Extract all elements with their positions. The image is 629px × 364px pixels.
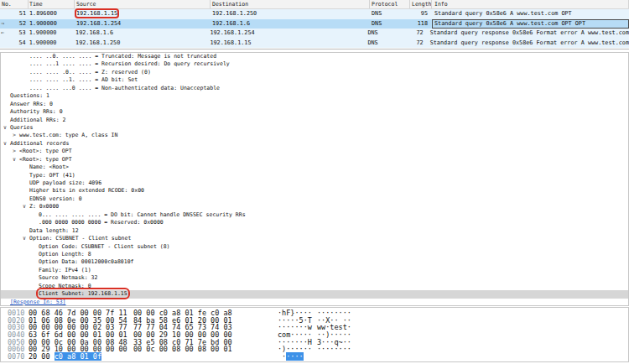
detail-line-label: Scope Netmask: 0	[39, 283, 91, 289]
detail-line[interactable]: Authority RRs: 0	[1, 108, 628, 116]
detail-line[interactable]: ><Root>: type OPT	[1, 148, 628, 155]
detail-line[interactable]: UDP payload size: 4096	[1, 179, 628, 187]
cell-time: 1.900000	[29, 39, 74, 49]
column-header-info[interactable]: Info	[432, 0, 629, 8]
detail-line[interactable]: .... .... ..1. .... = AD bit: Set	[1, 76, 628, 84]
detail-line-label: Queries	[10, 124, 33, 131]
collapse-icon[interactable]: ∨	[3, 140, 10, 148]
collapse-icon[interactable]: ∨	[23, 203, 29, 211]
cell-no: 51	[0, 9, 29, 19]
cell-length: 72	[406, 29, 428, 39]
cell-time: 1.900000	[29, 29, 74, 39]
detail-line-label: .... .... .0.. .... = Z: reserved (0)	[29, 69, 151, 75]
ascii-group1: ·····	[278, 353, 304, 361]
detail-line-label: Data length: 12	[29, 227, 79, 234]
cell-protocol: DNS	[370, 9, 410, 19]
detail-line[interactable]: Option Data: 00012000c0a8010f	[1, 258, 628, 266]
detail-line[interactable]: EDNS0 version: 0	[1, 195, 628, 203]
cell-length: 95	[410, 9, 432, 19]
packet-list-header: No.TimeSourceDestinationProtocolLengthIn…	[0, 0, 629, 9]
detail-line[interactable]: Higher bits in extended RCODE: 0x00	[1, 187, 628, 195]
detail-line[interactable]: .... ..0. .... .... = Truncated: Message…	[1, 53, 628, 60]
packet-row-52[interactable]: →521.900000192.168.1.254192.168.1.6DNS11…	[0, 19, 629, 29]
detail-line[interactable]: Type: OPT (41)	[1, 172, 628, 179]
response-in-link[interactable]: [Response In: 53]	[1, 299, 628, 306]
detail-line[interactable]: .000 0000 0000 0000 = Reserved: 0x0000	[1, 219, 628, 226]
packet-bytes-pane: 001000 68 46 7d 00 00 7f 1100 00 c0 a8 0…	[0, 307, 629, 362]
detail-line[interactable]: ∨Additional records	[1, 140, 628, 148]
detail-line-label: Higher bits in extended RCODE: 0x00	[29, 187, 144, 194]
cell-length: 72	[406, 39, 428, 49]
hex-bytes-group2: 00 0c 00 08 00 08 00 01	[133, 346, 238, 353]
detail-line[interactable]: Additional RRs: 2	[1, 117, 628, 124]
column-header-destination[interactable]: Destination	[211, 0, 370, 8]
detail-line[interactable]: ∨<Root>: type OPT	[1, 156, 628, 164]
detail-line-label: Option: CSUBNET - Client subnet	[29, 235, 131, 242]
detail-line-label: .... ...1 .... .... = Recursion desired:…	[29, 60, 230, 67]
column-header-no[interactable]: No.	[0, 0, 29, 8]
cell-protocol: DNS	[370, 19, 410, 29]
detail-line[interactable]: ∨Option: CSUBNET - Client subnet	[1, 235, 628, 242]
hex-highlighted-bytes: c0 a8 01 0f	[55, 352, 101, 361]
detail-line-label: .000 0000 0000 0000 = Reserved: 0x0000	[39, 219, 164, 226]
detail-line[interactable]: ∨Z: 0x0000	[1, 203, 628, 211]
detail-line[interactable]: Data length: 12	[1, 227, 628, 235]
cell-destination: 192.168.1.6	[211, 19, 370, 29]
annotation-red-box: 192.168.1.15	[76, 10, 117, 17]
hex-row[interactable]: 007020 00 c0 a8 01 0f ·····	[8, 353, 628, 361]
column-header-protocol[interactable]: Protocol	[370, 0, 410, 8]
detail-line-label: .... ..0. .... .... = Truncated: Message…	[29, 53, 216, 60]
detail-line[interactable]: Client Subnet: 192.168.1.15	[1, 290, 628, 298]
cell-no: 54	[0, 39, 29, 49]
detail-line-label: Option Code: CSUBNET - Client subnet (8)	[39, 243, 170, 250]
detail-line-label: Type: OPT (41)	[29, 172, 75, 179]
detail-line[interactable]: Name: <Root>	[1, 164, 628, 171]
detail-line[interactable]: ∨Queries	[1, 124, 628, 132]
column-header-length[interactable]: Length	[410, 0, 432, 8]
cell-source: 192.168.1.6	[74, 29, 208, 39]
detail-line[interactable]: Answer RRs: 0	[1, 101, 628, 108]
packet-row-53[interactable]: ←531.900000192.168.1.6192.168.1.254DNS72…	[0, 29, 629, 39]
detail-line-label: Option Data: 00012000c0a8010f	[39, 258, 134, 265]
detail-line-label: Authority RRs: 0	[10, 108, 63, 115]
cell-destination: 192.168.1.250	[211, 9, 370, 19]
detail-line-label: Additional RRs: 2	[10, 117, 66, 123]
detail-line-label: <Root>: type OPT	[19, 148, 72, 154]
detail-line[interactable]: >www.test.com: type A, class IN	[1, 132, 628, 139]
expand-icon[interactable]: >	[13, 132, 19, 139]
detail-line-label: <Root>: type OPT	[19, 156, 72, 163]
detail-line-label: Family: IPv4 (1)	[39, 267, 91, 273]
cell-time: 1.896000	[29, 9, 75, 19]
detail-line-label: Additional records	[10, 140, 69, 147]
packet-row-51[interactable]: 511.896000192.168.1.15192.168.1.250DNS95…	[0, 9, 629, 19]
collapse-icon[interactable]: ∨	[13, 156, 19, 164]
detail-line[interactable]: Source Netmask: 32	[1, 274, 628, 282]
detail-line[interactable]: .... ...1 .... .... = Recursion desired:…	[1, 60, 628, 68]
detail-line[interactable]: Family: IPv4 (1)	[1, 267, 628, 274]
cell-length: 118	[410, 19, 432, 29]
collapse-icon[interactable]: ∨	[23, 235, 29, 242]
column-header-source[interactable]: Source	[75, 0, 211, 8]
detail-line[interactable]: Scope Netmask: 0	[1, 283, 628, 290]
detail-line-label: Client Subnet: 192.168.1.15	[39, 290, 127, 297]
response-arrow-icon: ←	[1, 29, 4, 39]
detail-line-label: .... .... ..1. .... = AD bit: Set	[29, 76, 138, 83]
packet-row-54[interactable]: 541.900000192.168.1.250192.168.1.15DNS72…	[0, 39, 629, 49]
detail-line[interactable]: .... .... ...0 .... = Non-authenticated …	[1, 85, 628, 92]
detail-line[interactable]: Option Code: CSUBNET - Client subnet (8)	[1, 243, 628, 251]
detail-line-label: Source Netmask: 32	[39, 274, 97, 281]
detail-line-label: UDP payload size: 4096	[29, 179, 101, 186]
cell-protocol: DNS	[366, 39, 406, 49]
detail-line[interactable]: 0... .... .... .... = DO bit: Cannot han…	[1, 211, 628, 219]
expand-icon[interactable]: >	[13, 148, 19, 155]
cell-source: 192.168.1.254	[75, 19, 211, 29]
detail-line[interactable]: .... .... .0.. .... = Z: reserved (0)	[1, 69, 628, 76]
detail-line-label: Name: <Root>	[29, 164, 69, 170]
collapse-icon[interactable]: ∨	[3, 124, 10, 132]
column-header-time[interactable]: Time	[29, 0, 75, 8]
detail-line-label: Questions: 1	[10, 92, 49, 99]
detail-line-label: 0... .... .... .... = DO bit: Cannot han…	[39, 211, 246, 218]
packet-list-rows: 511.896000192.168.1.15192.168.1.250DNS95…	[0, 9, 629, 48]
detail-line[interactable]: Option Length: 8	[1, 251, 628, 258]
detail-line[interactable]: Questions: 1	[1, 92, 628, 100]
